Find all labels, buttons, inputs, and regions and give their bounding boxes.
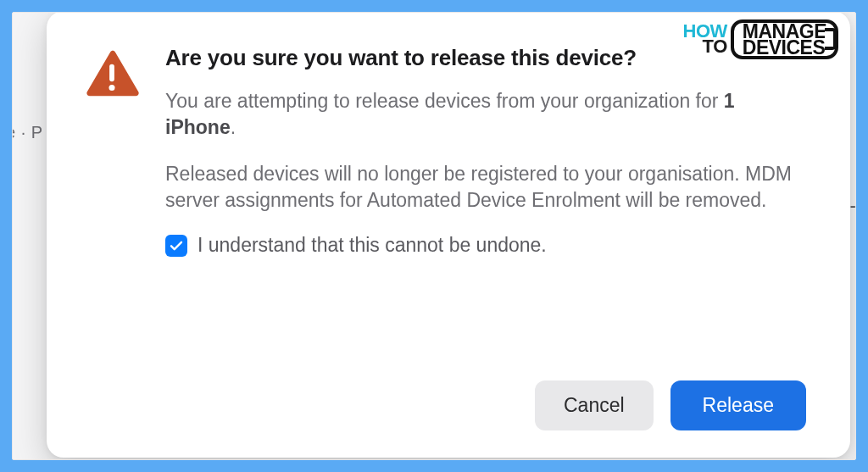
background-text-right: -0 — [849, 195, 856, 217]
outer-frame: e · P -0 HOW TO MANAGE DEVICES — [0, 0, 868, 472]
dialog-body: Are you sure you want to release this de… — [84, 45, 810, 364]
confirm-checkbox[interactable] — [165, 235, 187, 257]
dialog-icon-column — [84, 45, 140, 364]
svg-rect-0 — [109, 64, 114, 82]
dialog-description-2: Released devices will no longer be regis… — [165, 161, 810, 214]
watermark-howto: HOW TO — [683, 24, 727, 55]
background-text-left: e · P — [12, 123, 43, 142]
watermark-manage-devices: MANAGE DEVICES — [731, 19, 838, 59]
checkmark-icon — [169, 238, 184, 253]
dialog-content-column: Are you sure you want to release this de… — [165, 45, 810, 364]
confirm-row: I understand that this cannot be undone. — [165, 234, 810, 257]
release-device-dialog: HOW TO MANAGE DEVICES Are you — [47, 12, 850, 458]
warning-triangle-icon — [84, 48, 140, 101]
dialog-button-row: Cancel Release — [84, 380, 810, 430]
dialog-description-1: You are attempting to release devices fr… — [165, 88, 810, 141]
release-button[interactable]: Release — [670, 380, 806, 430]
dialog-desc1-prefix: You are attempting to release devices fr… — [165, 90, 724, 112]
svg-point-1 — [108, 85, 114, 91]
watermark-to: TO — [703, 39, 727, 55]
watermark-devices: DEVICES — [743, 40, 826, 56]
dialog-desc1-suffix: . — [231, 116, 236, 138]
background-panel: e · P -0 HOW TO MANAGE DEVICES — [12, 12, 856, 460]
watermark-logo: HOW TO MANAGE DEVICES — [683, 19, 839, 59]
cancel-button[interactable]: Cancel — [535, 380, 654, 430]
confirm-label: I understand that this cannot be undone. — [198, 234, 547, 257]
